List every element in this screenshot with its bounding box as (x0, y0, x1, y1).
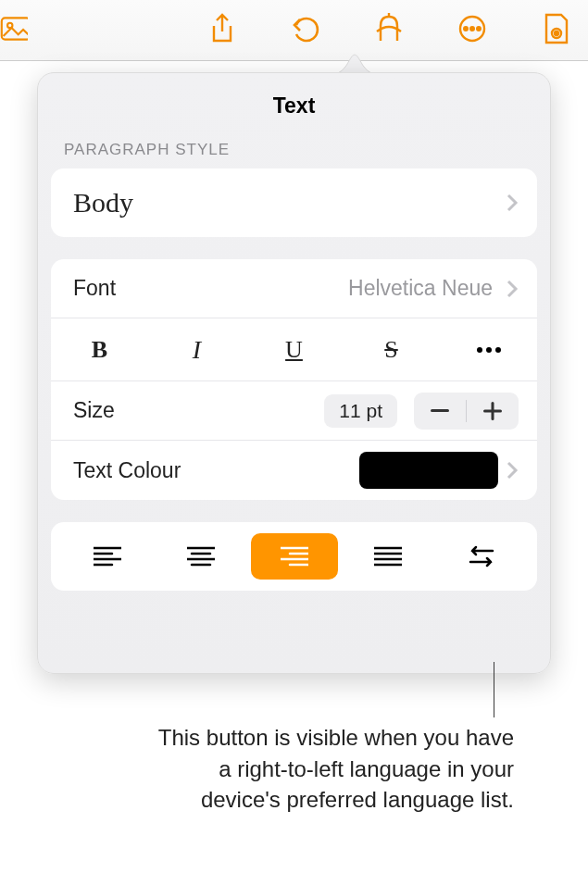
svg-rect-11 (431, 409, 449, 412)
size-label: Size (73, 398, 115, 423)
alignment-row (51, 522, 537, 591)
align-left-button[interactable] (64, 533, 151, 580)
svg-rect-13 (483, 409, 502, 412)
top-toolbar (0, 0, 588, 61)
share-icon[interactable] (206, 13, 238, 44)
strikethrough-button[interactable]: S (343, 318, 440, 380)
font-row[interactable]: Font Helvetica Neue (51, 259, 537, 318)
more-icon[interactable] (457, 13, 488, 44)
more-format-button[interactable] (440, 318, 537, 380)
svg-point-5 (477, 27, 481, 31)
bold-button[interactable]: B (51, 318, 148, 380)
paragraph-style-label: PARAGRAPH STYLE (38, 141, 550, 168)
callout-text: This button is visible when you have a r… (148, 722, 514, 816)
popover-title: Text (38, 73, 550, 141)
align-center-button[interactable] (157, 533, 244, 580)
align-justify-button[interactable] (344, 533, 432, 580)
svg-point-4 (470, 27, 474, 31)
media-icon[interactable] (0, 13, 28, 44)
rtl-direction-button[interactable] (438, 533, 525, 580)
font-label: Font (73, 276, 116, 301)
format-row: B I U S (51, 318, 537, 381)
svg-point-7 (555, 31, 558, 35)
paragraph-style-value: Body (73, 187, 133, 218)
chevron-right-icon (506, 460, 519, 480)
size-stepper (414, 393, 519, 430)
svg-point-3 (464, 27, 468, 31)
underline-button[interactable]: U (245, 318, 343, 380)
svg-rect-0 (2, 18, 28, 39)
increase-size-button[interactable] (467, 393, 519, 430)
size-value[interactable]: 11 pt (324, 394, 397, 428)
italic-button[interactable]: I (148, 318, 245, 380)
text-colour-label: Text Colour (73, 458, 181, 483)
svg-point-8 (477, 347, 482, 353)
svg-point-10 (495, 347, 501, 353)
svg-point-9 (486, 347, 492, 353)
decrease-size-button[interactable] (414, 393, 466, 430)
font-card: Font Helvetica Neue B I U S Size 11 pt (51, 259, 537, 500)
align-right-button[interactable] (251, 533, 338, 580)
undo-icon[interactable] (290, 13, 321, 44)
format-icon[interactable] (373, 13, 405, 44)
font-value: Helvetica Neue (348, 276, 493, 301)
paragraph-style-row[interactable]: Body (51, 168, 537, 237)
format-popover: Text PARAGRAPH STYLE Body Font Helvetica… (37, 72, 551, 674)
text-colour-swatch[interactable] (359, 452, 498, 489)
document-view-icon[interactable] (540, 13, 571, 44)
chevron-right-icon (506, 193, 519, 213)
callout-leader-line (494, 662, 494, 717)
size-row: Size 11 pt (51, 381, 537, 441)
chevron-right-icon (506, 279, 519, 299)
text-colour-row[interactable]: Text Colour (51, 441, 537, 500)
